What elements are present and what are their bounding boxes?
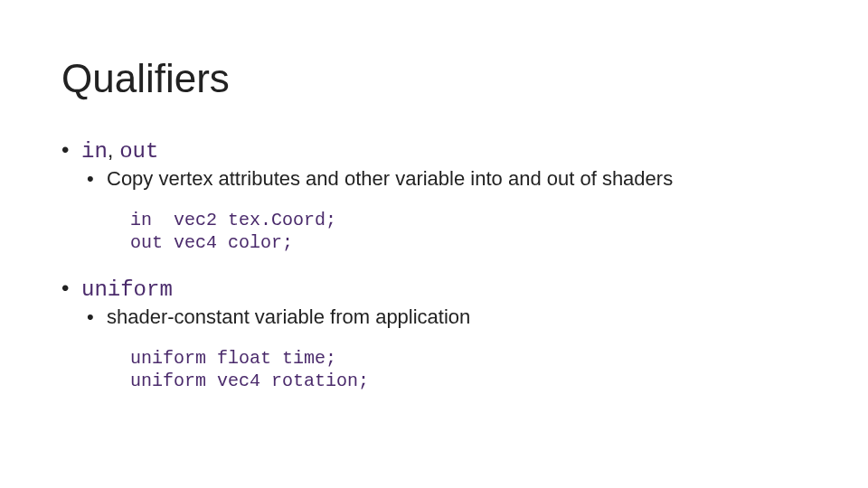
bullet-list-level2: shader-constant variable from applicatio… bbox=[81, 305, 807, 329]
in-out-description: Copy vertex attributes and other variabl… bbox=[107, 167, 807, 191]
bullet-list-level2: Copy vertex attributes and other variabl… bbox=[81, 167, 807, 191]
keyword-out: out bbox=[119, 139, 158, 164]
code-block-uniform: uniform float time; uniform vec4 rotatio… bbox=[130, 347, 807, 392]
keyword-in: in bbox=[81, 139, 108, 164]
bullet-list-level1: in, out Copy vertex attributes and other… bbox=[61, 137, 807, 392]
uniform-description: shader-constant variable from applicatio… bbox=[107, 305, 807, 329]
keyword-uniform: uniform bbox=[81, 277, 173, 302]
slide: Qualifiers in, out Copy vertex attribute… bbox=[0, 0, 868, 488]
code-block-in-out: in vec2 tex.Coord; out vec4 color; bbox=[130, 209, 807, 254]
section-uniform: uniform shader-constant variable from ap… bbox=[81, 276, 807, 392]
separator-comma: , bbox=[108, 137, 119, 162]
section-in-out: in, out Copy vertex attributes and other… bbox=[81, 137, 807, 254]
slide-title: Qualifiers bbox=[61, 56, 807, 101]
